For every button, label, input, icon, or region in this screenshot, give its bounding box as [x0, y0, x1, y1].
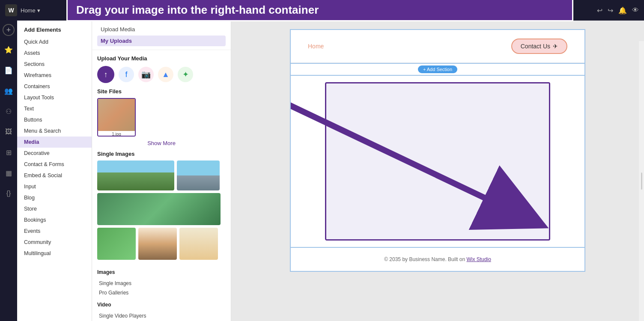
scrollbar-thumb — [641, 172, 642, 190]
elements-item-multilingual[interactable]: Multilingual — [17, 248, 92, 259]
single-images-title: Single Images — [97, 151, 226, 157]
elements-panel-title: Add Elements — [17, 25, 92, 36]
canvas-area: Home Contact Us ✈ + Add Section © 2035 b… — [231, 21, 644, 321]
stock-image-person[interactable] — [138, 228, 177, 260]
sidebar-icon-people[interactable]: 👥 — [2, 84, 15, 98]
instagram-icon[interactable]: 📷 — [138, 67, 154, 82]
facebook-icon[interactable]: f — [119, 67, 134, 82]
topbar: W Home ▾ Drag your image into the right-… — [0, 0, 644, 21]
add-button[interactable]: + — [3, 24, 15, 36]
elements-item-events[interactable]: Events — [17, 226, 92, 237]
elements-item-sections[interactable]: Sections — [17, 59, 92, 70]
elements-item-media[interactable]: Media — [17, 137, 92, 148]
tab-upload-media[interactable]: Upload Media — [97, 24, 226, 35]
website-footer: © 2035 by Business Name. Built on Wix St… — [291, 247, 584, 271]
site-files-title: Site Files — [97, 88, 226, 95]
logo[interactable]: W — [5, 4, 17, 16]
home-nav[interactable]: Home ▾ — [21, 7, 40, 14]
eye-icon[interactable]: 👁 — [632, 6, 639, 14]
single-video-players-item[interactable]: Single Video Players — [97, 311, 221, 321]
scrollbar[interactable] — [639, 41, 644, 321]
bell-icon[interactable]: 🔔 — [618, 6, 627, 15]
gphotos-icon[interactable]: ✦ — [178, 67, 193, 82]
image-grid — [97, 160, 226, 260]
elements-item-embed-social[interactable]: Embed & Social — [17, 170, 92, 181]
upload-icons: ↑ f 📷 ▲ ✦ — [97, 66, 226, 83]
icon-sidebar: + ⭐ 📄 👥 ⚇ 🖼 ⊞ ▦ {} — [0, 21, 17, 321]
elements-item-wireframes[interactable]: Wireframes — [17, 70, 92, 81]
elements-item-buttons[interactable]: Buttons — [17, 114, 92, 125]
image-row-2 — [97, 193, 226, 225]
sidebar-icon-node[interactable]: ⚇ — [2, 104, 15, 118]
media-tabs: Upload Media My Uploads — [92, 21, 231, 50]
elements-item-bookings[interactable]: Bookings — [17, 214, 92, 226]
tab-my-uploads[interactable]: My Uploads — [97, 36, 226, 46]
upload-button[interactable]: ↑ — [97, 66, 114, 83]
elements-item-community[interactable]: Community — [17, 237, 92, 248]
video-subsection: Video Single Video Players VideoBox Tran… — [92, 297, 226, 321]
gdrive-icon[interactable]: ▲ — [158, 67, 173, 82]
sidebar-icon-image[interactable]: 🖼 — [2, 125, 15, 139]
single-images-item[interactable]: Single Images — [97, 279, 221, 288]
elements-item-contact-forms[interactable]: Contact & Forms — [17, 159, 92, 170]
nav-contact-button[interactable]: Contact Us ✈ — [511, 39, 567, 54]
home-chevron: ▾ — [37, 7, 40, 14]
sidebar-icon-grid[interactable]: ⊞ — [2, 146, 15, 159]
show-more-button[interactable]: Show More — [97, 140, 226, 146]
stock-image-green[interactable] — [97, 193, 221, 225]
redo-icon[interactable]: ↪ — [608, 6, 613, 15]
elements-list: Quick AddAssetsSectionsWireframesContain… — [17, 36, 92, 259]
sidebar-icon-code[interactable]: {} — [2, 187, 15, 200]
nav-home-link[interactable]: Home — [308, 43, 324, 50]
site-files-grid: 1.jpg — [97, 98, 226, 137]
main-layout: + ⭐ 📄 👥 ⚇ 🖼 ⊞ ▦ {} Add Elements Quick Ad… — [0, 21, 644, 321]
elements-item-quick-add[interactable]: Quick Add — [17, 36, 92, 48]
add-section-bar: + Add Section — [291, 63, 584, 76]
footer-link[interactable]: Wix Studio — [466, 256, 491, 262]
elements-item-assets[interactable]: Assets — [17, 48, 92, 59]
image-row-1 — [97, 160, 226, 190]
images-subsection: Images Single Images Pro Galleries — [92, 265, 226, 297]
topbar-right: ↩ ↪ 🔔 👁 — [597, 6, 639, 15]
sidebar-icon-page[interactable]: 📄 — [2, 63, 15, 77]
elements-item-menu-search[interactable]: Menu & Search — [17, 125, 92, 137]
video-section-title: Video — [97, 302, 221, 308]
website-nav: Home Contact Us ✈ — [291, 30, 584, 63]
image-row-3 — [97, 228, 226, 260]
file-label-1: 1.jpg — [98, 131, 135, 137]
add-section-button[interactable]: + Add Section — [418, 65, 457, 73]
sidebar-icon-table[interactable]: ▦ — [2, 166, 15, 180]
upload-title: Upload Your Media — [97, 55, 226, 62]
elements-item-input[interactable]: Input — [17, 181, 92, 192]
elements-item-containers[interactable]: Containers — [17, 81, 92, 92]
media-panel: Upload Media My Uploads Upload Your Medi… — [92, 21, 231, 321]
elements-item-layout-tools[interactable]: Layout Tools — [17, 92, 92, 103]
sidebar-icon-star[interactable]: ⭐ — [2, 43, 15, 56]
upload-section: Upload Your Media ↑ f 📷 ▲ ✦ Site Files 1… — [92, 50, 231, 265]
drop-container[interactable] — [325, 82, 550, 241]
stock-image-building[interactable] — [177, 160, 220, 190]
send-icon: ✈ — [553, 43, 558, 50]
elements-item-decorative[interactable]: Decorative — [17, 148, 92, 159]
stock-image-phone[interactable] — [179, 228, 218, 260]
elements-item-blog[interactable]: Blog — [17, 192, 92, 203]
home-label: Home — [21, 7, 36, 14]
canvas-inner: Home Contact Us ✈ + Add Section © 2035 b… — [290, 29, 585, 272]
undo-icon[interactable]: ↩ — [597, 6, 602, 15]
stock-image-green2[interactable] — [97, 228, 136, 260]
pro-galleries-item[interactable]: Pro Galleries — [97, 288, 221, 297]
instruction-banner: Drag your image into the right-hand cont… — [66, 0, 573, 21]
elements-panel: Add Elements Quick AddAssetsSectionsWire… — [17, 21, 92, 321]
file-item-1[interactable]: 1.jpg — [97, 98, 136, 137]
elements-item-store[interactable]: Store — [17, 203, 92, 214]
stock-image-mountain[interactable] — [97, 160, 174, 190]
elements-item-text[interactable]: Text — [17, 103, 92, 114]
images-section-title: Images — [97, 269, 221, 275]
